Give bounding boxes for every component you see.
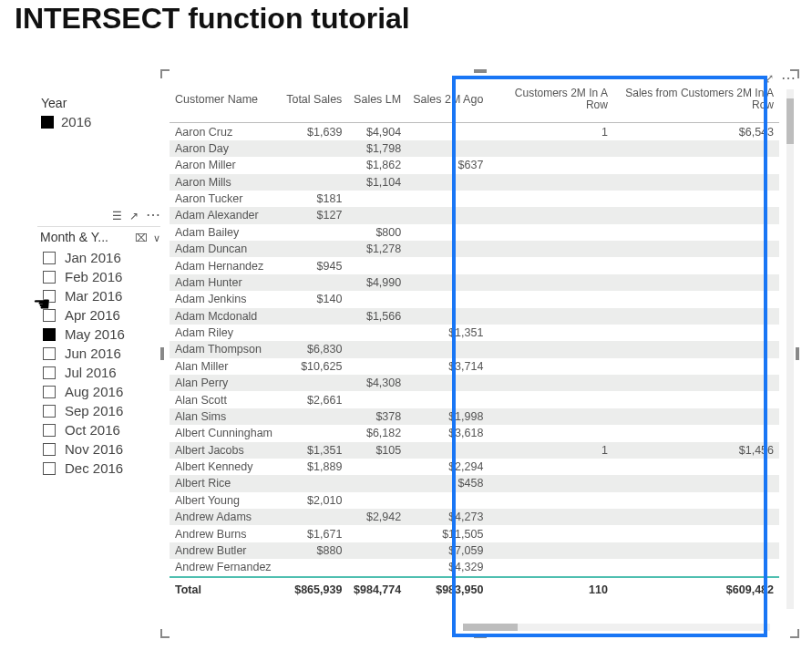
- table-row[interactable]: Alan Scott$2,661: [170, 391, 779, 408]
- table-row[interactable]: Adam Thompson$6,830: [170, 341, 779, 357]
- scrollbar-thumb[interactable]: [786, 98, 794, 144]
- cell-sales-2m-ago: [406, 274, 488, 291]
- data-table: Customer Name Total Sales Sales LM Sales…: [170, 78, 779, 602]
- table-row[interactable]: Aaron Tucker$181: [170, 191, 779, 207]
- table-row[interactable]: Albert Cunningham$6,182$3,618: [170, 425, 779, 441]
- resize-handle[interactable]: [160, 69, 162, 78]
- table-scroll-area: Customer Name Total Sales Sales LM Sales…: [170, 78, 779, 629]
- checkbox-icon[interactable]: [43, 328, 56, 341]
- cell-customer-name: Adam Hunter: [170, 274, 280, 291]
- month-slicer-item[interactable]: Feb 2016: [43, 267, 160, 286]
- focus-mode-icon[interactable]: [129, 209, 139, 222]
- table-row[interactable]: Andrew Fernandez$4,329: [170, 559, 779, 576]
- cell-sales-customers-2m-row: [613, 257, 779, 273]
- checkbox-icon[interactable]: [43, 386, 56, 398]
- cell-customer-name: Aaron Tucker: [170, 191, 280, 207]
- table-row[interactable]: Adam Hunter$4,990: [170, 274, 779, 291]
- table-row[interactable]: Aaron Day$1,798: [170, 140, 779, 157]
- col-customer-name[interactable]: Customer Name: [170, 78, 280, 123]
- cell-customers-2m-row: [488, 274, 613, 291]
- table-row[interactable]: Adam Hernandez$945: [170, 257, 779, 273]
- footer-sales-customers-2m-row: $609,482: [613, 577, 779, 602]
- checkbox-icon[interactable]: [43, 252, 56, 264]
- month-slicer-item[interactable]: Jan 2016: [43, 248, 160, 267]
- table-row[interactable]: Adam Alexander$127: [170, 207, 779, 223]
- cell-total-sales: [280, 559, 347, 576]
- month-slicer-item[interactable]: Aug 2016: [43, 382, 160, 401]
- resize-handle[interactable]: [797, 69, 799, 78]
- table-row[interactable]: Alan Perry$4,308: [170, 375, 779, 391]
- table-row[interactable]: Andrew Butler$880$7,059: [170, 542, 779, 559]
- col-sales-2m-ago[interactable]: Sales 2M Ago: [406, 78, 488, 123]
- table-row[interactable]: Adam Duncan$1,278: [170, 241, 779, 257]
- col-sales-lm[interactable]: Sales LM: [347, 78, 406, 123]
- cell-customer-name: Alan Miller: [170, 358, 280, 375]
- table-row[interactable]: Adam Riley$1,351: [170, 325, 779, 341]
- slicer-title: Month & Y...: [40, 230, 129, 244]
- cell-customers-2m-row: [488, 341, 613, 357]
- cell-customers-2m-row: [488, 174, 613, 191]
- table-row[interactable]: Adam Mcdonald$1,566: [170, 308, 779, 325]
- month-slicer-item[interactable]: Nov 2016: [43, 439, 160, 459]
- table-row[interactable]: Albert Young$2,010: [170, 492, 779, 509]
- checkbox-icon[interactable]: [43, 290, 56, 303]
- month-slicer-item[interactable]: Mar 2016: [43, 286, 160, 305]
- checkbox-icon[interactable]: [43, 309, 56, 322]
- slicer-mode-icon[interactable]: [112, 209, 122, 222]
- checkbox-icon[interactable]: [43, 271, 56, 284]
- table-row[interactable]: Adam Jenkins$140: [170, 291, 779, 307]
- cell-customers-2m-row: [488, 191, 613, 207]
- cell-sales-2m-ago: $7,059: [406, 542, 488, 559]
- cell-sales-customers-2m-row: [613, 492, 779, 509]
- resize-handle[interactable]: [796, 347, 799, 360]
- more-options-icon[interactable]: [146, 208, 160, 222]
- scrollbar-thumb[interactable]: [463, 624, 518, 631]
- cell-sales-lm: [347, 358, 406, 375]
- month-slicer-item[interactable]: Jun 2016: [43, 344, 160, 363]
- checkbox-icon[interactable]: [43, 366, 56, 379]
- month-slicer-item[interactable]: Sep 2016: [43, 401, 160, 420]
- chevron-down-icon[interactable]: [153, 231, 160, 244]
- resize-handle[interactable]: [797, 629, 799, 638]
- table-row[interactable]: Andrew Burns$1,671$11,505: [170, 525, 779, 542]
- col-customers-2m-row[interactable]: Customers 2M In A Row: [488, 78, 613, 123]
- table-row[interactable]: Aaron Mills$1,104: [170, 174, 779, 191]
- table-row[interactable]: Alan Sims$378$1,998: [170, 408, 779, 425]
- table-row[interactable]: Albert Jacobs$1,351$1051$1,456: [170, 442, 779, 459]
- col-sales-customers-2m-row[interactable]: Sales from Customers 2M In A Row: [613, 78, 779, 123]
- resize-handle[interactable]: [160, 347, 164, 360]
- cell-sales-lm: $800: [347, 224, 406, 241]
- col-total-sales[interactable]: Total Sales: [280, 78, 347, 123]
- table-row[interactable]: Alan Miller$10,625$3,714: [170, 358, 779, 375]
- checkbox-icon[interactable]: [43, 443, 56, 456]
- cell-sales-lm: [347, 257, 406, 273]
- month-slicer-item[interactable]: May 2016: [43, 325, 160, 344]
- checkbox-icon[interactable]: [43, 424, 56, 437]
- year-slicer-item[interactable]: 2016: [41, 114, 150, 129]
- checkbox-icon[interactable]: [41, 116, 54, 129]
- cell-sales-customers-2m-row: [613, 140, 779, 157]
- resize-handle[interactable]: [474, 69, 487, 73]
- month-slicer-item[interactable]: Jul 2016: [43, 363, 160, 382]
- checkbox-icon[interactable]: [43, 405, 56, 418]
- table-row[interactable]: Aaron Miller$1,862$637: [170, 157, 779, 173]
- month-slicer-item[interactable]: Oct 2016: [43, 420, 160, 439]
- month-slicer-item[interactable]: Apr 2016: [43, 305, 160, 325]
- horizontal-scrollbar[interactable]: [463, 624, 770, 631]
- month-slicer-item[interactable]: Dec 2016: [43, 459, 160, 478]
- cell-sales-2m-ago: $11,505: [406, 525, 488, 542]
- clear-filter-icon[interactable]: [135, 231, 148, 244]
- checkbox-icon[interactable]: [43, 462, 56, 475]
- table-row[interactable]: Aaron Cruz$1,639$4,9041$6,543: [170, 123, 779, 140]
- checkbox-icon[interactable]: [43, 347, 56, 360]
- resize-handle[interactable]: [160, 629, 162, 638]
- table-row[interactable]: Albert Rice$458: [170, 475, 779, 491]
- slicer-header[interactable]: Month & Y...: [37, 226, 160, 248]
- table-row[interactable]: Albert Kennedy$1,889$2,294: [170, 459, 779, 475]
- focus-mode-icon[interactable]: [765, 71, 774, 85]
- table-row[interactable]: Andrew Adams$2,942$4,273: [170, 509, 779, 525]
- more-options-icon[interactable]: [781, 69, 796, 87]
- table-row[interactable]: Adam Bailey$800: [170, 224, 779, 241]
- vertical-scrollbar[interactable]: [786, 89, 794, 609]
- resize-handle[interactable]: [474, 635, 487, 638]
